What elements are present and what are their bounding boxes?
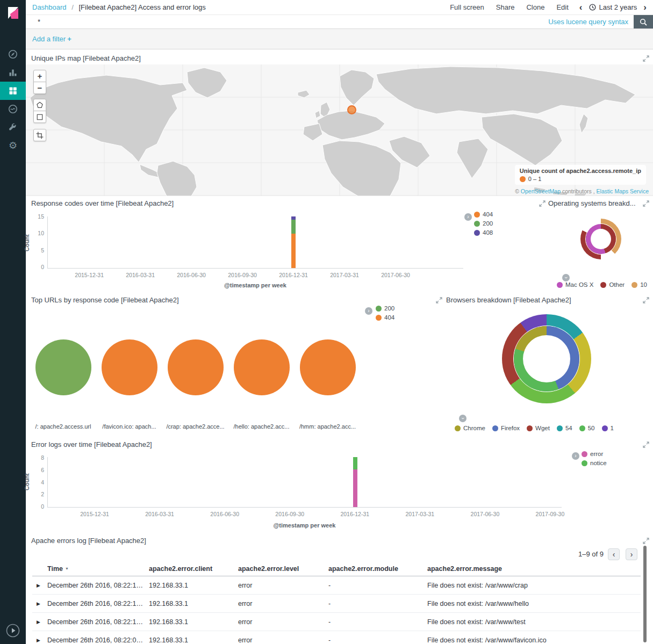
sidebar-item-discover[interactable] bbox=[0, 45, 26, 63]
pie-slice-200[interactable] bbox=[35, 339, 91, 395]
search-button[interactable] bbox=[634, 15, 653, 28]
breadcrumb-dashboard-link[interactable]: Dashboard bbox=[32, 3, 67, 11]
expand-panel-icon[interactable] bbox=[643, 442, 649, 448]
sidebar-item-dev-tools[interactable] bbox=[0, 118, 26, 136]
bar-segment-404[interactable] bbox=[291, 234, 296, 268]
plus-icon: + bbox=[67, 35, 71, 43]
action-edit[interactable]: Edit bbox=[556, 3, 568, 11]
legend-toggle-icon[interactable]: › bbox=[464, 213, 472, 221]
zoom-in-button[interactable]: + bbox=[33, 70, 46, 82]
row-expand-icon[interactable]: ▶ bbox=[32, 619, 47, 625]
pie-label: /hello: apache2.acc... bbox=[234, 423, 290, 430]
legend-item-notice[interactable]: notice bbox=[582, 460, 607, 466]
table-row[interactable]: ▶December 26th 2016, 08:22:13.000192.168… bbox=[32, 595, 641, 613]
time-prev-button[interactable]: ‹ bbox=[579, 3, 583, 12]
search-input[interactable] bbox=[26, 15, 548, 28]
legend-item-10[interactable]: 10 bbox=[632, 281, 647, 288]
row-expand-icon[interactable]: ▶ bbox=[32, 638, 47, 643]
y-tick-label: 6 bbox=[41, 467, 44, 473]
time-next-button[interactable]: › bbox=[643, 3, 647, 12]
expand-panel-icon[interactable] bbox=[643, 55, 649, 62]
os-donut-chart[interactable] bbox=[580, 219, 621, 259]
legend-item-54[interactable]: 54 bbox=[557, 425, 572, 431]
sidebar-item-management[interactable]: ⚙ bbox=[0, 136, 26, 155]
bar-segment-200[interactable] bbox=[291, 220, 296, 234]
stacked-bar[interactable] bbox=[291, 216, 296, 268]
pie: /crap: apache2.acce... bbox=[162, 339, 228, 430]
legend-item-50[interactable]: 50 bbox=[579, 425, 595, 431]
legend-item-404[interactable]: 404 bbox=[474, 211, 493, 218]
play-collapse-icon bbox=[5, 623, 20, 638]
pie-slice-404[interactable] bbox=[234, 339, 290, 395]
world-map[interactable]: + − Un bbox=[26, 64, 653, 196]
timepicker-button[interactable]: Last 2 years bbox=[589, 3, 637, 11]
legend-item-Wget[interactable]: Wget bbox=[527, 425, 550, 431]
stacked-bar[interactable] bbox=[353, 457, 357, 507]
browsers-donut-chart[interactable] bbox=[502, 314, 591, 403]
legend-item-Other[interactable]: Other bbox=[600, 281, 625, 288]
pie: /hello: apache2.acc... bbox=[228, 339, 295, 430]
legend-item-Chrome[interactable]: Chrome bbox=[455, 425, 485, 431]
action-full-screen[interactable]: Full screen bbox=[450, 3, 484, 11]
cell-Time: December 26th 2016, 08:22:10.000 bbox=[47, 618, 149, 626]
legend-toggle-icon[interactable]: › bbox=[365, 307, 372, 315]
cell-apache2.error.level: error bbox=[238, 582, 328, 589]
table-row[interactable]: ▶December 26th 2016, 08:22:17.000192.168… bbox=[32, 576, 641, 595]
scrollbar-thumb[interactable] bbox=[643, 546, 647, 642]
sidebar-item-timelion[interactable] bbox=[0, 100, 26, 118]
draw-rectangle-button[interactable] bbox=[33, 111, 46, 123]
bar-segment-notice[interactable] bbox=[353, 457, 357, 469]
expand-panel-icon[interactable] bbox=[539, 200, 546, 207]
zoom-out-button[interactable]: − bbox=[33, 82, 46, 94]
legend-item-200[interactable]: 200 bbox=[376, 305, 394, 312]
legend-toggle-icon[interactable]: › bbox=[562, 274, 570, 281]
attribution-text: contributors , bbox=[562, 188, 595, 194]
expand-panel-icon[interactable] bbox=[643, 538, 649, 544]
pie-slice-404[interactable] bbox=[300, 339, 356, 395]
legend-label: Chrome bbox=[463, 425, 485, 431]
legend-label: 200 bbox=[384, 305, 394, 312]
table-row[interactable]: ▶December 26th 2016, 08:22:08.000192.168… bbox=[32, 631, 641, 644]
osm-link[interactable]: OpenStreetMap bbox=[521, 188, 561, 194]
pie-slice-404[interactable] bbox=[102, 339, 157, 395]
error-logs-legend: errornotice bbox=[582, 451, 607, 466]
legend-item-1[interactable]: 1 bbox=[602, 425, 614, 431]
action-clone[interactable]: Clone bbox=[526, 3, 544, 11]
map-point-marker[interactable] bbox=[347, 105, 356, 114]
expand-panel-icon[interactable] bbox=[643, 200, 649, 207]
table-row[interactable]: ▶December 26th 2016, 08:22:10.000192.168… bbox=[32, 613, 641, 631]
error-logs-chart[interactable] bbox=[47, 457, 562, 508]
legend-item-Mac OS X[interactable]: Mac OS X bbox=[557, 281, 593, 288]
kibana-logo[interactable] bbox=[0, 0, 26, 26]
add-filter-button[interactable]: Add a filter+ bbox=[32, 35, 71, 43]
legend-toggle-icon[interactable]: › bbox=[459, 415, 467, 422]
collapse-nav-button[interactable] bbox=[5, 623, 20, 638]
lucene-syntax-link[interactable]: Uses lucene query syntax bbox=[548, 18, 628, 26]
x-tick-label: 2016-03-31 bbox=[145, 511, 174, 517]
row-expand-icon[interactable]: ▶ bbox=[32, 583, 47, 588]
legend-item-408[interactable]: 408 bbox=[474, 229, 493, 236]
crop-bounds-button[interactable] bbox=[33, 129, 46, 141]
column-header-Time[interactable]: Time▼ bbox=[47, 565, 149, 573]
map-legend-range: 0 – 1 bbox=[528, 176, 541, 182]
expand-panel-icon[interactable] bbox=[436, 297, 442, 303]
pagination-prev-button[interactable]: ‹ bbox=[608, 548, 620, 560]
pie-slice-404[interactable] bbox=[168, 339, 224, 395]
expand-panel-icon[interactable] bbox=[643, 297, 649, 303]
pagination-next-button[interactable]: › bbox=[626, 548, 637, 560]
bar-segment-error[interactable] bbox=[353, 469, 357, 507]
row-expand-icon[interactable]: ▶ bbox=[32, 601, 47, 606]
legend-item-Firefox[interactable]: Firefox bbox=[492, 425, 520, 431]
bar-chart-icon bbox=[8, 67, 18, 78]
action-share[interactable]: Share bbox=[496, 3, 515, 11]
response-codes-chart[interactable] bbox=[47, 216, 463, 269]
ems-link[interactable]: Elastic Maps Service bbox=[597, 188, 649, 194]
legend-item-error[interactable]: error bbox=[582, 451, 607, 457]
legend-toggle-icon[interactable]: › bbox=[572, 452, 579, 460]
legend-item-404[interactable]: 404 bbox=[376, 314, 394, 321]
sidebar-item-visualize[interactable] bbox=[0, 63, 26, 82]
legend-swatch bbox=[632, 282, 637, 288]
sidebar-item-dashboard[interactable] bbox=[0, 82, 26, 100]
legend-item-200[interactable]: 200 bbox=[474, 220, 493, 227]
draw-polygon-button[interactable] bbox=[33, 99, 46, 111]
